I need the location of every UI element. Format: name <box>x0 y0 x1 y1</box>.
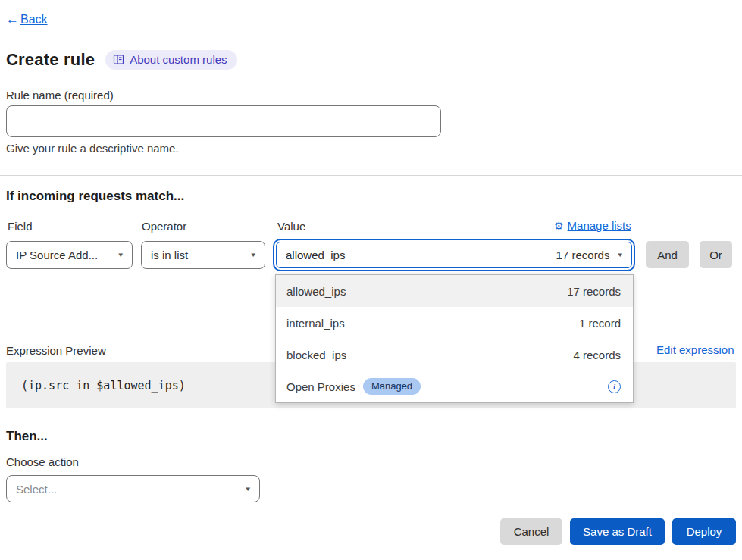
managed-badge: Managed <box>363 378 421 395</box>
chevron-down-icon: ▾ <box>246 486 251 493</box>
list-item-records: 17 records <box>567 285 621 298</box>
value-label: Value <box>277 220 305 233</box>
deploy-button[interactable]: Deploy <box>672 518 736 545</box>
page-header: Create rule About custom rules <box>6 50 237 70</box>
value-select-records: 17 records <box>556 249 610 261</box>
field-select-value: IP Source Add... <box>16 249 98 261</box>
chevron-down-icon: ▾ <box>618 252 623 258</box>
book-icon <box>113 54 124 65</box>
list-item-open-proxies[interactable]: Open Proxies Managed i <box>276 371 633 402</box>
rule-name-helper: Give your rule a descriptive name. <box>6 142 179 155</box>
list-item-internal-ips[interactable]: internal_ips 1 record <box>276 307 633 339</box>
and-button[interactable]: And <box>646 241 689 268</box>
manage-lists-label: Manage lists <box>568 219 631 232</box>
info-icon[interactable]: i <box>608 380 621 393</box>
value-select[interactable]: allowed_ips 17 records ▾ <box>276 242 632 268</box>
list-item-blocked-ips[interactable]: blocked_ips 4 records <box>276 339 633 371</box>
list-item-name: blocked_ips <box>286 349 346 361</box>
cancel-button[interactable]: Cancel <box>500 518 562 545</box>
rule-name-label: Rule name (required) <box>6 89 114 102</box>
list-item-name: internal_ips <box>286 317 345 330</box>
back-link[interactable]: ←Back <box>6 12 48 27</box>
value-select-selected: allowed_ips <box>286 249 345 261</box>
manage-lists-link[interactable]: ⚙ Manage lists <box>554 219 635 232</box>
chevron-down-icon: ▾ <box>119 252 124 258</box>
list-item-name: allowed_ips <box>286 285 346 298</box>
list-item-records: 4 records <box>573 349 621 361</box>
list-dropdown-panel: allowed_ips 17 records internal_ips 1 re… <box>275 274 634 403</box>
save-as-draft-button[interactable]: Save as Draft <box>570 518 665 545</box>
list-item-records: 1 record <box>579 317 621 330</box>
list-item-name: Open Proxies <box>286 380 355 393</box>
field-label: Field <box>8 220 33 233</box>
back-arrow-icon: ← <box>6 12 19 27</box>
operator-label: Operator <box>142 220 186 233</box>
match-section-heading: If incoming requests match... <box>6 189 184 204</box>
operator-select[interactable]: is in list ▾ <box>141 241 265 269</box>
choose-action-label: Choose action <box>6 455 79 468</box>
chevron-down-icon: ▾ <box>252 252 256 258</box>
about-badge-label: About custom rules <box>130 53 227 66</box>
then-section-heading: Then... <box>6 429 48 444</box>
back-label: Back <box>20 13 48 27</box>
action-select-placeholder: Select... <box>16 483 57 496</box>
edit-expression-link[interactable]: Edit expression <box>656 343 734 356</box>
section-divider <box>0 175 742 176</box>
field-select[interactable]: IP Source Add... ▾ <box>6 241 133 269</box>
rule-name-input[interactable] <box>6 105 441 137</box>
or-button[interactable]: Or <box>700 241 732 268</box>
expression-code: (ip.src in $allowed_ips) <box>21 379 186 393</box>
value-select-focus-ring: allowed_ips 17 records ▾ <box>273 239 635 271</box>
action-select[interactable]: Select... ▾ <box>6 475 260 502</box>
operator-select-value: is in list <box>151 249 188 261</box>
about-custom-rules-link[interactable]: About custom rules <box>105 50 236 70</box>
page-title: Create rule <box>6 50 95 70</box>
list-item-allowed-ips[interactable]: allowed_ips 17 records <box>276 275 633 307</box>
expression-preview-label: Expression Preview <box>6 344 106 357</box>
gear-icon: ⚙ <box>554 221 564 231</box>
